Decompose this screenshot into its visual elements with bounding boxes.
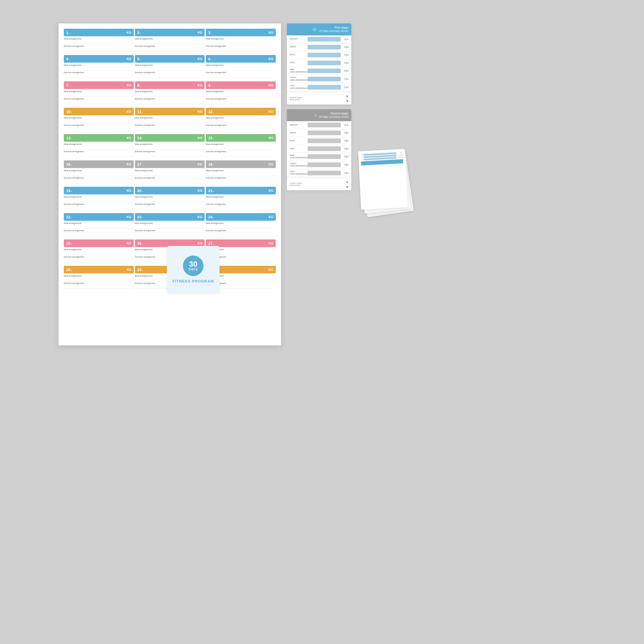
exercise-label-25: Exercise arrangement: xyxy=(64,256,134,258)
day-headers-1: 1•KG2•KG3•KG xyxy=(64,29,276,36)
day-detail-col-24: Meal arrangements: Exercise arrangement: xyxy=(206,222,276,236)
exercise-input-18[interactable] xyxy=(206,180,276,183)
day-kg-27: KG xyxy=(269,241,274,245)
exercise-input-8[interactable] xyxy=(135,101,205,104)
meal-input-12[interactable] xyxy=(206,120,276,123)
first-measure-unit-6: CM xyxy=(342,86,348,89)
meal-input-7[interactable] xyxy=(64,93,134,97)
exercise-input-6[interactable] xyxy=(206,74,276,78)
exercise-input-2[interactable] xyxy=(135,48,205,52)
mini-front-label-3: BUST xyxy=(397,152,403,154)
day-dot-13: • xyxy=(71,137,72,140)
meal-input-2[interactable] xyxy=(135,41,205,44)
meal-input-24[interactable] xyxy=(206,225,276,229)
meal-input-4[interactable] xyxy=(64,67,134,71)
exercise-input-3[interactable] xyxy=(206,48,276,52)
day-details-2: Meal arrangements: Exercise arrangement:… xyxy=(64,64,276,78)
meal-input-16[interactable] xyxy=(64,172,134,176)
promo-number: 30 xyxy=(189,260,198,268)
day-num-16: 16• xyxy=(66,162,72,167)
day-kg-15: KG xyxy=(269,136,274,140)
meal-label-5: Meal arrangements: xyxy=(135,64,205,66)
meal-input-6[interactable] xyxy=(206,67,276,71)
exercise-input-16[interactable] xyxy=(64,180,134,183)
meal-input-8[interactable] xyxy=(135,93,205,97)
day-dot-21: • xyxy=(213,190,214,193)
exercise-input-23[interactable] xyxy=(135,232,205,236)
day-num-17: 17• xyxy=(137,162,143,167)
meal-input-18[interactable] xyxy=(206,172,276,176)
exercise-input-15[interactable] xyxy=(206,153,276,157)
mini-front-label-1: WEIGHT xyxy=(397,157,403,158)
day-detail-col-17: Meal arrangements: Exercise arrangement: xyxy=(135,169,205,183)
exercise-input-21[interactable] xyxy=(206,206,276,210)
exercise-input-5[interactable] xyxy=(135,74,205,78)
first-measure-label-4: ARM CIRCUMFERENCE xyxy=(290,68,306,73)
second-measure-unit-6: CM xyxy=(342,172,348,174)
stacked-card-front: WEIGHT KG WAIST CM BUST CM xyxy=(358,149,408,210)
day-num-21: 21• xyxy=(208,189,214,193)
exercise-input-17[interactable] xyxy=(135,180,205,183)
day-num-8: 8• xyxy=(137,83,141,88)
meal-label-3: Meal arrangements: xyxy=(206,37,276,40)
meal-input-21[interactable] xyxy=(206,199,276,202)
meal-input-10[interactable] xyxy=(64,120,134,123)
exercise-input-4[interactable] xyxy=(64,74,134,78)
meal-label-6: Meal arrangements: xyxy=(206,64,276,66)
first-measure-label-6: CALF CIRCUMFERENCE xyxy=(290,85,306,90)
meal-label-18: Meal arrangements: xyxy=(206,169,276,172)
exercise-input-28[interactable] xyxy=(64,285,134,289)
day-dot-23: • xyxy=(142,216,143,219)
exercise-input-9[interactable] xyxy=(206,101,276,104)
meal-input-15[interactable] xyxy=(206,146,276,150)
exercise-input-13[interactable] xyxy=(64,153,134,157)
meal-input-22[interactable] xyxy=(64,225,134,229)
day-num-4: 4• xyxy=(66,57,70,61)
second-stage-measures: WEIGHT KG WAIST CM BUST CM HIPS CM ARM C… xyxy=(287,121,351,177)
exercise-input-10[interactable] xyxy=(64,127,134,131)
exercise-label-19: Exercise arrangement: xyxy=(64,203,134,205)
day-header-23: 23•KG xyxy=(135,213,205,221)
exercise-input-24[interactable] xyxy=(206,232,276,236)
day-num-20: 20• xyxy=(137,189,143,193)
day-detail-col-12: Meal arrangements: Exercise arrangement: xyxy=(206,117,276,131)
meal-input-14[interactable] xyxy=(135,146,205,150)
meal-input-3[interactable] xyxy=(206,41,276,44)
meal-input-1[interactable] xyxy=(64,41,134,44)
exercise-input-19[interactable] xyxy=(64,206,134,210)
meal-label-8: Meal arrangements: xyxy=(135,90,205,93)
exercise-input-7[interactable] xyxy=(64,101,134,104)
mini-front-unit-1: KG xyxy=(361,159,363,160)
day-num-3: 3• xyxy=(208,30,212,35)
meal-input-20[interactable] xyxy=(135,199,205,202)
second-stage-heart-bottom: ♥ xyxy=(346,184,348,189)
meal-label-25: Meal arrangements: xyxy=(64,248,134,251)
day-num-12: 12• xyxy=(208,109,214,114)
meal-input-13[interactable] xyxy=(64,146,134,150)
meal-input-11[interactable] xyxy=(135,120,205,123)
exercise-input-1[interactable] xyxy=(64,48,134,52)
day-header-4: 4•KG xyxy=(64,55,134,63)
exercise-label-20: Exercise arrangement: xyxy=(135,203,205,205)
week-row-4: 10•KG11•KG12•KG Meal arrangements: Exerc… xyxy=(64,108,276,131)
exercise-label-10: Exercise arrangement: xyxy=(64,124,134,126)
meal-input-25[interactable] xyxy=(64,251,134,255)
meal-input-17[interactable] xyxy=(135,172,205,176)
meal-input-28[interactable] xyxy=(64,278,134,281)
exercise-input-25[interactable] xyxy=(64,259,134,262)
day-dot-15: • xyxy=(213,137,214,140)
meal-input-23[interactable] xyxy=(135,225,205,229)
day-header-2: 2•KG xyxy=(135,29,205,36)
day-dot-19: • xyxy=(71,190,72,193)
exercise-input-11[interactable] xyxy=(135,127,205,131)
exercise-input-14[interactable] xyxy=(135,153,205,157)
meal-label-23: Meal arrangements: xyxy=(135,222,205,225)
first-stage-smiley: ☺ xyxy=(312,26,317,32)
exercise-input-12[interactable] xyxy=(206,127,276,131)
exercise-input-22[interactable] xyxy=(64,232,134,236)
meal-input-19[interactable] xyxy=(64,199,134,202)
first-stage-box: ☺ First stage 15 Days summary record WEI… xyxy=(287,23,351,105)
meal-input-9[interactable] xyxy=(206,93,276,97)
exercise-input-20[interactable] xyxy=(135,206,205,210)
meal-input-5[interactable] xyxy=(135,67,205,71)
